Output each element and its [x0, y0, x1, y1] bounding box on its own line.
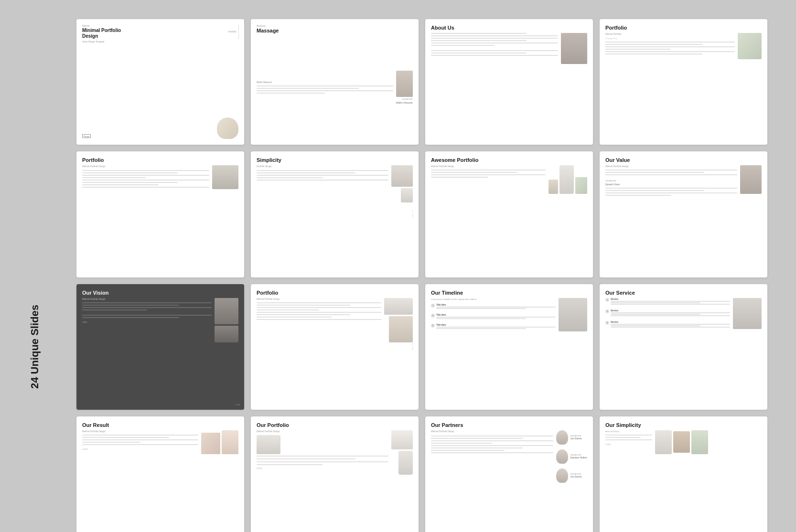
cactus-image	[217, 117, 238, 139]
person-image	[396, 71, 413, 97]
portfolio-bottle-img	[257, 435, 280, 454]
partner2-avatar	[556, 449, 568, 464]
slide10-side-text: SLIDE	[411, 343, 414, 351]
slide10-title: Portfolio	[257, 290, 413, 296]
slide13-subtitle: Minimal Portfolio Design	[82, 430, 198, 433]
laptop-image	[733, 298, 762, 329]
partner-2: SIGNATURE Danique Hollton	[556, 449, 587, 464]
vision-img2	[215, 326, 238, 342]
partner-3: SIGNATURE Jon Delore	[556, 468, 587, 483]
slide1-title: Minimal PortfolioDesign	[82, 28, 121, 39]
bottle-image	[559, 165, 574, 194]
slide5-subtitle: Minimal Portfolio Design	[82, 165, 209, 168]
slide7-subtitle: Minimal Portfolio Design	[431, 165, 546, 168]
slide-massage[interactable]: Welcome Massage Widiro Missoner SIGNATUR…	[251, 19, 419, 145]
slide13-slide-label: SLIDE	[82, 448, 198, 450]
portfolio-top-img	[384, 298, 413, 315]
service-item-2: 2 Service	[605, 309, 730, 317]
simplicity-img2	[673, 431, 690, 453]
slide8-signature: Daneth Grant	[605, 183, 737, 186]
slide-our-service[interactable]: Our Service 1 Service 2	[600, 284, 767, 410]
hat2-image	[222, 430, 238, 454]
slide15-title: Our Partners	[431, 422, 587, 428]
partner-1: SIGNATURE Jon Delore	[556, 430, 587, 445]
slide16-slide-label: SLIDE	[605, 443, 652, 446]
plant-image	[738, 33, 762, 59]
slide2-signature-label: SIGNATURE	[402, 98, 413, 100]
side-label: 24 Unique Slides	[29, 305, 67, 389]
partner3-avatar	[556, 468, 568, 483]
slide3-title: About Us	[431, 25, 587, 31]
slide9-view: VIEW	[82, 321, 212, 323]
slide-portfolio-camera[interactable]: Portfolio Minimal Portfolio Design	[76, 151, 244, 277]
boxes-image	[389, 316, 413, 342]
slide4-subtitle: Example Here	[605, 37, 735, 40]
slide14-slide-label: SLIDE	[257, 467, 388, 469]
slide-simplicity[interactable]: Simplicity Portfolio Design SLIDE	[251, 151, 419, 277]
slide4-title: Portfolio	[605, 25, 762, 31]
simplicity-img1	[655, 430, 672, 454]
chair-small-image	[401, 188, 413, 202]
hat-image	[201, 433, 220, 454]
slide-awesome-portfolio[interactable]: Awesome Portfolio Minimal Portfolio Desi…	[425, 151, 593, 277]
slide-our-value[interactable]: Our Value Minimal Portfolio Design SIGNA…	[600, 151, 767, 277]
slide-minimal-portfolio-cover[interactable]: Minimal Minimal PortfolioDesign Clean De…	[76, 19, 244, 145]
slide16-title: Our Simplicity	[605, 422, 762, 428]
slide2-welcome: Welcome	[257, 25, 413, 27]
partner1-avatar	[556, 430, 568, 445]
slide-our-simplicity[interactable]: Our Simplicity Minimal Portfolio SLIDE	[600, 416, 767, 532]
portfolio-plant-img	[575, 177, 587, 194]
slide2-title: Massage	[257, 28, 413, 34]
slide14-subtitle: Minimal Portfolio Design	[257, 430, 388, 433]
slide7-title: Awesome Portfolio	[431, 157, 587, 163]
slide-our-timeline[interactable]: Our Timeline Lorem ipsum available, but …	[425, 284, 593, 410]
slide5-title: Portfolio	[82, 157, 238, 163]
slide1-subtitle: Clean Design Template	[82, 41, 121, 43]
slide12-title: Our Service	[605, 290, 762, 296]
simplicity-side-text: SLIDE	[411, 211, 414, 219]
businessman-image	[740, 165, 762, 194]
slide-portfolio-boxes[interactable]: Portfolio Minimal Portfolio Design	[251, 284, 419, 410]
slide8-subtitle: Minimal Portfolio Design	[605, 165, 737, 168]
camera-image	[212, 165, 238, 189]
slide9-title: Our Vision	[82, 290, 238, 296]
service-item-1: 1 Service	[605, 298, 730, 305]
slide2-signature: Widiro Hissoner	[396, 101, 413, 104]
slide2-subtitle: Widiro Missoner	[257, 81, 393, 84]
slide13-title: Our Result	[82, 422, 238, 428]
timeline-item-2: 2 Title Here	[431, 314, 556, 319]
slide1-tag: Design	[82, 134, 91, 138]
slide8-sig-label: SIGNATURE	[605, 180, 737, 182]
slide15-subtitle: Minimal Portfolio Design	[431, 430, 553, 433]
slide4-label: Minimal Portfolio	[605, 33, 735, 35]
slide8-title: Our Value	[605, 157, 762, 163]
slide-about-us[interactable]: About Us	[425, 19, 593, 145]
side-label-text: 24 Unique Slides	[29, 305, 41, 389]
slide14-title: Our Portfolio	[257, 422, 413, 428]
timeline-item-1: 1 Title Here	[431, 304, 556, 309]
vase-image	[398, 451, 413, 475]
slide11-title: Our Timeline	[431, 290, 587, 296]
slide9-subtitle: Minimal Portfolio Design	[82, 298, 212, 300]
face-image	[561, 33, 587, 64]
timeline-image	[559, 298, 587, 331]
slide10-subtitle: Minimal Portfolio Design	[257, 298, 381, 300]
slides-grid: Minimal Minimal PortfolioDesign Clean De…	[76, 19, 767, 532]
slide9-view-bottom: VIEW	[236, 404, 240, 406]
timeline-item-3: 3 Title Here	[431, 324, 556, 330]
slide1-label: Minimal	[82, 25, 121, 27]
slide-our-result[interactable]: Our Result Minimal Portfolio Design SLID…	[76, 416, 244, 532]
portfolio-plant2-img	[391, 430, 413, 449]
slide1-nav: Portfolio	[228, 31, 237, 33]
service-item-3: 3 Service	[605, 321, 730, 328]
portfolio-person-img	[549, 180, 558, 194]
slide-our-vision[interactable]: Our Vision Minimal Portfolio Design VIEW	[76, 284, 244, 410]
slide16-subtitle: Minimal Portfolio	[605, 430, 652, 433]
slide6-subtitle: Portfolio Design	[257, 165, 388, 168]
slide-our-partners[interactable]: Our Partners Minimal Portfolio Design	[425, 416, 593, 532]
slide11-desc: Lorem ipsum available, but the majority …	[431, 298, 556, 300]
main-container: 24 Unique Slides Minimal Minimal Portfol…	[29, 19, 767, 532]
slide-portfolio-plant[interactable]: Portfolio Minimal Portfolio Example Here	[600, 19, 767, 145]
slide-our-portfolio[interactable]: Our Portfolio Minimal Portfolio Design S…	[251, 416, 419, 532]
chair-image	[391, 165, 413, 187]
